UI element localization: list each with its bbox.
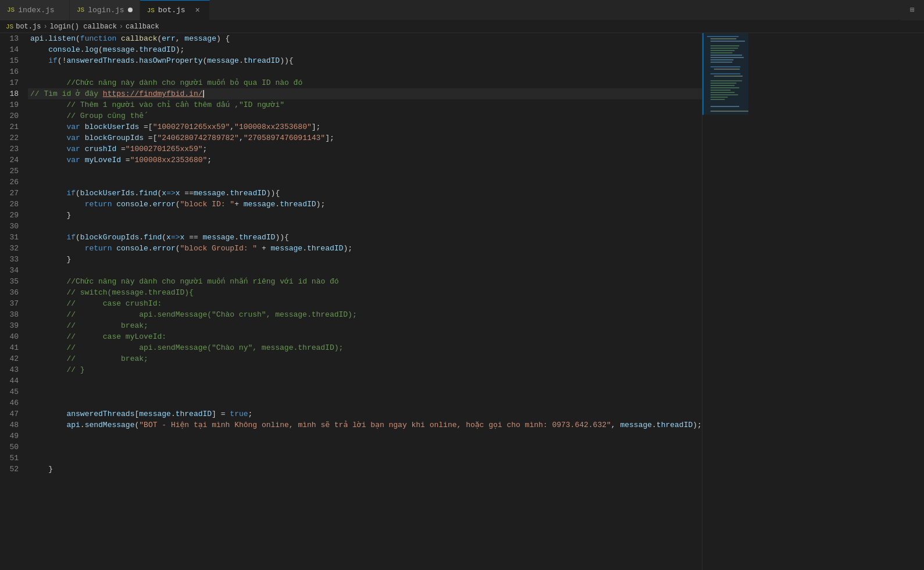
code-line-23: var crushId ="10002701265xx59"; [28, 144, 702, 155]
code-line-51 [28, 453, 702, 464]
code-line-49 [28, 431, 702, 442]
code-line-40: // case myLoveId: [28, 331, 702, 342]
code-line-39: // break; [28, 320, 702, 331]
code-line-20: // Group cũng thế [28, 110, 702, 121]
breadcrumb-file-icon: JS [6, 23, 13, 30]
code-line-22: var blockGroupIds =["2406280742789782","… [28, 132, 702, 144]
tab-label-login: login.js [88, 6, 124, 15]
minimap-visual [702, 33, 748, 570]
code-line-27: if(blockUserIds.find(x=>x ==message.thre… [28, 188, 702, 199]
code-line-46 [28, 397, 702, 408]
editor-area: 1314151617181920212223242526272829303132… [0, 33, 924, 570]
code-line-19: // Thêm 1 người vào chỉ cần thêm dấu ,"I… [28, 99, 702, 110]
svg-rect-27 [702, 33, 748, 115]
breadcrumb-fn[interactable]: callback [126, 23, 159, 31]
code-content[interactable]: api.listen(function callback(err, messag… [28, 33, 702, 570]
tab-label-bot: bot.js [158, 6, 185, 15]
js-icon-login: JS [77, 6, 84, 13]
code-line-29: } [28, 210, 702, 221]
code-line-21: var blockUserIds =["10002701265xx59","10… [28, 121, 702, 132]
code-line-16 [28, 66, 702, 77]
code-line-38: // api.sendMessage("Chào crush", message… [28, 309, 702, 320]
code-line-18: // Tìm id ở đây https://findmyfbid.in/ [28, 88, 702, 99]
js-icon: JS [7, 6, 15, 13]
code-line-26 [28, 177, 702, 188]
code-line-36: // switch(message.threadID){ [28, 287, 702, 298]
tab-index-js[interactable]: JS index.js [0, 0, 70, 20]
minimap [702, 33, 748, 570]
tab-bar: JS index.js JS login.js JS bot.js × ⊞ [0, 0, 924, 20]
code-line-24: var myLoveId ="100008xx2353680"; [28, 155, 702, 166]
code-line-42: // break; [28, 353, 702, 364]
code-line-25 [28, 166, 702, 177]
code-line-47: answeredThreads[message.threadID] = true… [28, 408, 702, 420]
code-line-34 [28, 265, 702, 276]
code-line-37: // case crushId: [28, 298, 702, 309]
code-line-17: //Chức năng này dành cho người muốn bỏ q… [28, 77, 702, 88]
code-line-14: console.log(message.threadID); [28, 44, 702, 55]
code-line-48: api.sendMessage("BOT - Hiện tại mình Khô… [28, 420, 702, 431]
code-line-52: } [28, 464, 702, 475]
breadcrumb: JS bot.js › login() callback › callback [0, 20, 924, 33]
modified-indicator [128, 8, 133, 12]
layout-icon[interactable]: ⊞ [901, 0, 924, 20]
line-numbers: 1314151617181920212223242526272829303132… [0, 33, 28, 570]
code-line-15: if(!answeredThreads.hasOwnProperty(messa… [28, 55, 702, 66]
code-line-31: if(blockGroupIds.find(x=>x == message.th… [28, 232, 702, 243]
code-line-28: return console.error("block ID: "+ messa… [28, 199, 702, 210]
tab-bot-js[interactable]: JS bot.js × [140, 0, 210, 20]
code-line-41: // api.sendMessage("Chào ny", message.th… [28, 342, 702, 353]
tab-label-index: index.js [18, 6, 54, 15]
code-line-43: // } [28, 364, 702, 375]
code-area[interactable]: 1314151617181920212223242526272829303132… [0, 33, 702, 570]
svg-rect-28 [702, 33, 704, 115]
code-line-35: //Chức năng này dành cho người muốn nhắn… [28, 276, 702, 287]
code-line-45 [28, 386, 702, 397]
code-line-13: api.listen(function callback(err, messag… [28, 33, 702, 44]
code-line-30 [28, 221, 702, 232]
editor-window: JS index.js JS login.js JS bot.js × ⊞ JS… [0, 0, 924, 570]
code-line-33: } [28, 254, 702, 265]
code-line-50 [28, 442, 702, 453]
breadcrumb-callback[interactable]: login() callback [50, 23, 117, 31]
js-icon-bot: JS [147, 7, 155, 14]
code-line-32: return console.error("block GroupId: " +… [28, 243, 702, 254]
tab-close-button[interactable]: × [193, 6, 202, 15]
code-line-44 [28, 375, 702, 386]
tab-login-js[interactable]: JS login.js [70, 0, 140, 20]
breadcrumb-file[interactable]: bot.js [16, 23, 41, 31]
